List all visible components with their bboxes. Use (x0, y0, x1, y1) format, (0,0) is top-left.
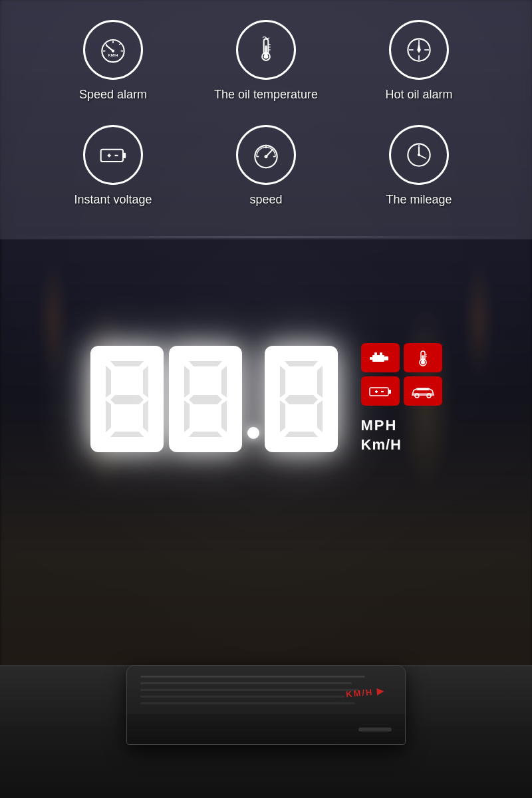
page-container: KM/H Speed alarm (0, 0, 532, 798)
hud-device-screen: KM/H ▶ (127, 666, 405, 719)
battery-warning-icon (361, 376, 400, 406)
svg-marker-42 (106, 400, 111, 432)
svg-marker-39 (106, 366, 111, 398)
svg-rect-22 (101, 150, 123, 162)
svg-marker-43 (143, 400, 148, 432)
mileage-label: The mileage (386, 193, 452, 207)
svg-marker-53 (280, 366, 285, 398)
instant-voltage-label: Instant voltage (74, 193, 152, 207)
hud-device: KM/H ▶ (126, 665, 406, 745)
digit-1-svg (100, 356, 154, 442)
icon-item-hot-oil-alarm: Hot oil alarm (362, 20, 475, 102)
icon-item-speed-alarm: KM/H Speed alarm (57, 20, 170, 102)
icon-item-speed: speed (209, 125, 323, 207)
digit-2-svg (179, 356, 232, 442)
device-brand: KM/H ▶ (346, 686, 386, 699)
icon-circle-oil-temperature (236, 20, 296, 80)
svg-point-11 (264, 55, 269, 59)
svg-marker-49 (184, 400, 190, 432)
warning-icons-grid (361, 343, 442, 406)
svg-marker-45 (189, 361, 222, 366)
battery-warning-svg (367, 382, 394, 400)
compass-icon (402, 33, 436, 66)
icon-item-mileage: The mileage (362, 125, 475, 207)
svg-rect-59 (372, 355, 384, 362)
svg-rect-71 (388, 390, 391, 394)
digit-3-svg (275, 356, 328, 442)
icon-circle-speed-alarm: KM/H (83, 20, 143, 80)
oil-temp-warning-svg (410, 348, 436, 367)
icon-item-oil-temperature: The oil temperature (209, 20, 323, 102)
svg-marker-47 (221, 366, 227, 398)
decimal-dot (247, 427, 259, 439)
kmh-label: Km/H (361, 436, 442, 455)
speedometer-icon: KM/H (96, 33, 130, 66)
svg-point-36 (418, 154, 420, 156)
device-section: KM/H ▶ (0, 559, 532, 798)
mph-label: MPH (361, 416, 442, 436)
svg-marker-38 (110, 361, 144, 366)
device-label: KM/H ▶ (346, 685, 386, 699)
svg-rect-60 (384, 356, 388, 360)
svg-marker-48 (189, 395, 222, 404)
hud-display: MPH Km/H (90, 343, 442, 454)
svg-point-67 (421, 360, 425, 364)
svg-marker-46 (184, 366, 190, 398)
svg-marker-52 (285, 361, 318, 366)
svg-marker-57 (317, 400, 323, 432)
svg-marker-55 (285, 395, 318, 404)
svg-marker-44 (110, 432, 144, 437)
hud-section: MPH Km/H (0, 239, 532, 559)
svg-point-76 (427, 394, 431, 398)
digits-container (90, 346, 338, 452)
svg-marker-41 (110, 395, 144, 404)
icons-row-2: Instant voltage (57, 125, 475, 207)
svg-rect-70 (370, 388, 388, 396)
speed-alarm-label: Speed alarm (79, 88, 147, 102)
svg-point-29 (265, 155, 268, 158)
svg-marker-51 (189, 432, 222, 437)
svg-rect-63 (380, 352, 382, 356)
icon-circle-speed (236, 125, 296, 185)
svg-marker-56 (280, 400, 285, 432)
thermometer-icon (249, 33, 283, 66)
hud-base (127, 714, 405, 744)
svg-rect-62 (374, 352, 377, 356)
svg-rect-61 (370, 357, 372, 360)
svg-point-1 (112, 50, 114, 53)
speed-label: speed (249, 193, 282, 207)
svg-line-6 (119, 43, 121, 45)
battery-icon (96, 138, 130, 172)
car-warning-icon (404, 376, 442, 406)
separator-line (0, 236, 532, 238)
svg-marker-50 (221, 400, 227, 432)
svg-line-5 (105, 43, 107, 45)
engine-warning-svg (367, 348, 394, 367)
digit-3 (265, 346, 338, 452)
svg-point-75 (415, 394, 419, 398)
engine-warning-icon (361, 343, 400, 372)
digit-1 (90, 346, 164, 452)
icon-circle-hot-oil-alarm (389, 20, 449, 80)
gauge-icon (249, 138, 283, 172)
hot-oil-alarm-label: Hot oil alarm (385, 88, 452, 102)
icon-circle-mileage (389, 125, 449, 185)
svg-point-21 (418, 49, 421, 52)
device-port (358, 728, 392, 732)
icons-row-1: KM/H Speed alarm (57, 20, 475, 102)
svg-text:KM/H: KM/H (108, 53, 118, 57)
speed-units: MPH Km/H (361, 416, 442, 454)
icon-item-instant-voltage: Instant voltage (57, 125, 170, 207)
oil-temp-warning-icon (404, 343, 442, 372)
oil-temperature-label: The oil temperature (214, 88, 318, 102)
svg-rect-23 (123, 153, 126, 158)
icons-section: KM/H Speed alarm (0, 0, 532, 239)
icon-circle-instant-voltage (83, 125, 143, 185)
svg-marker-54 (317, 366, 323, 398)
svg-marker-40 (143, 366, 148, 398)
hud-right: MPH Km/H (361, 343, 442, 454)
digit-2 (169, 346, 242, 452)
svg-marker-58 (285, 432, 318, 437)
clock-icon (402, 138, 436, 172)
car-warning-svg (410, 382, 436, 400)
